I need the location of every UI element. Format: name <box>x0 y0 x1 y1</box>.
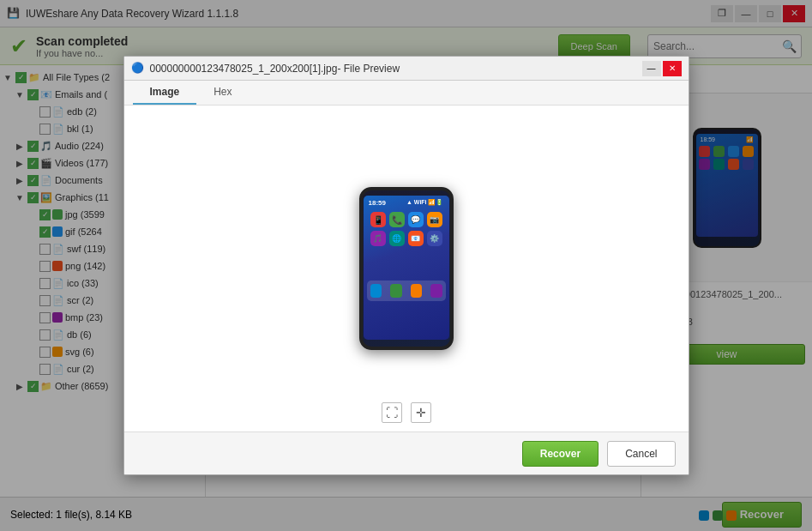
modal-title: 000000000123478025_1_200x200[1].jpg- Fil… <box>150 63 642 75</box>
modal-title-buttons: — ✕ <box>642 61 682 76</box>
zoom-fit-button[interactable]: ⛶ <box>382 402 402 423</box>
modal-recover-button[interactable]: Recover <box>522 441 598 467</box>
modal-cancel-button[interactable]: Cancel <box>607 441 675 467</box>
modal-body: 18:59 ▲ WiFi 📶🔋 📱 📞 💬 📷 🎵 🌐 📧 ⚙️ <box>124 106 689 431</box>
modal-title-bar: 🔵 000000000123478025_1_200x200[1].jpg- F… <box>124 57 689 81</box>
modal-tabs: Image Hex <box>124 81 689 106</box>
modal-close-button[interactable]: ✕ <box>663 61 682 76</box>
tab-hex[interactable]: Hex <box>196 81 249 105</box>
modal-icon: 🔵 <box>131 62 145 75</box>
zoom-in-button[interactable]: ✛ <box>411 402 431 423</box>
modal-minimize-button[interactable]: — <box>642 61 661 76</box>
modal-overlay: 🔵 000000000123478025_1_200x200[1].jpg- F… <box>0 0 812 531</box>
tab-image[interactable]: Image <box>133 81 197 105</box>
phone-preview: 18:59 ▲ WiFi 📶🔋 📱 📞 💬 📷 🎵 🌐 📧 ⚙️ <box>359 187 454 350</box>
modal-footer: Recover Cancel <box>124 431 689 474</box>
zoom-controls: ⛶ ✛ <box>382 402 431 423</box>
file-preview-modal: 🔵 000000000123478025_1_200x200[1].jpg- F… <box>123 56 689 475</box>
